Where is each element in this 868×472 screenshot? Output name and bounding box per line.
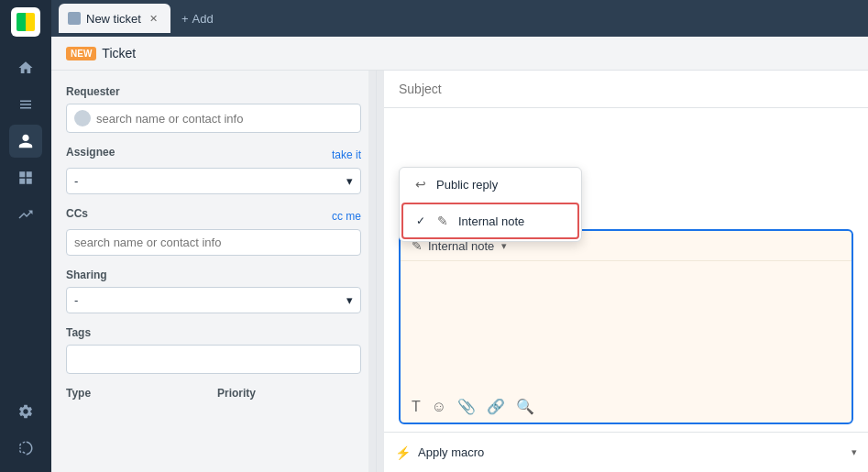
dropdown-item-public-reply[interactable]: ↩ Public reply: [400, 168, 581, 201]
tab-new-ticket[interactable]: New ticket ✕: [59, 4, 170, 33]
ccs-input[interactable]: [74, 236, 353, 249]
type-label: Type: [66, 387, 210, 400]
sharing-value: -: [74, 293, 78, 307]
requester-avatar-icon: [74, 110, 91, 126]
apply-macro-chevron-icon[interactable]: ▾: [852, 446, 857, 458]
sidebar-item-analytics[interactable]: [9, 198, 42, 231]
priority-col: Priority: [217, 387, 361, 405]
take-it-link[interactable]: take it: [332, 148, 361, 161]
requester-input[interactable]: [96, 112, 353, 126]
sidebar-item-home[interactable]: [9, 51, 42, 84]
type-priority-row: Type Priority: [66, 387, 361, 405]
status-badge: NEW: [66, 47, 96, 60]
tab-ticket-icon: [68, 12, 81, 25]
requester-label: Requester: [66, 85, 361, 98]
reply-type-dropdown: ↩ Public reply ✓ ✎ Internal note: [399, 167, 582, 242]
public-reply-label: Public reply: [436, 178, 498, 192]
main-area: New ticket ✕ + Add NEW Ticket Requester: [51, 0, 868, 472]
tab-close-button[interactable]: ✕: [147, 11, 161, 26]
sidebar-item-tickets[interactable]: [9, 88, 42, 121]
assignee-chevron-icon: ▾: [346, 174, 353, 188]
logo-mark: [16, 13, 35, 31]
cc-me-link[interactable]: cc me: [332, 210, 361, 223]
sidebar-item-contacts[interactable]: [9, 125, 42, 158]
assignee-label: Assignee: [66, 146, 115, 159]
link-icon[interactable]: 🔗: [487, 398, 505, 415]
emoji-icon[interactable]: ☺: [432, 399, 446, 415]
ccs-label: CCs: [66, 207, 88, 220]
panel-divider: [377, 71, 384, 472]
note-toolbar: T ☺ 📎 🔗 🔍: [401, 398, 852, 415]
assignee-row: Assignee take it: [66, 146, 361, 164]
right-panel: ↩ Public reply ✓ ✎ Internal note: [384, 71, 868, 472]
internal-note-label: Internal note: [458, 214, 524, 228]
right-panel-inner: ↩ Public reply ✓ ✎ Internal note: [384, 108, 868, 472]
sidebar: [0, 0, 51, 472]
sidebar-item-settings[interactable]: [9, 395, 42, 428]
priority-label: Priority: [217, 387, 361, 400]
attach-icon[interactable]: 📎: [457, 398, 476, 415]
apply-macro-label: Apply macro: [418, 445, 484, 459]
apply-macro-left: ⚡ Apply macro: [395, 445, 484, 460]
page-title: Ticket: [102, 46, 136, 60]
note-body[interactable]: [401, 261, 852, 353]
subject-bar: [384, 71, 868, 108]
ccs-input-wrap[interactable]: [66, 229, 361, 256]
lightning-icon: ⚡: [395, 445, 411, 460]
assignee-select[interactable]: - ▾: [66, 168, 361, 194]
note-editor-area: ✎ Internal note ▾ T ☺ 📎 🔗 🔍: [399, 229, 853, 424]
tab-bar: New ticket ✕ + Add: [51, 0, 868, 37]
tab-label: New ticket: [86, 12, 141, 26]
sharing-label: Sharing: [66, 269, 361, 281]
sidebar-item-apps[interactable]: [9, 432, 42, 465]
search-icon[interactable]: 🔍: [516, 398, 534, 415]
tab-add-button[interactable]: + Add: [174, 12, 221, 26]
requester-input-wrap[interactable]: [66, 104, 361, 133]
note-icon: ✎: [434, 214, 451, 228]
reply-icon: ↩: [412, 177, 429, 192]
sidebar-item-reporting[interactable]: [9, 161, 42, 194]
tags-label: Tags: [66, 326, 361, 339]
two-col-layout: Requester Assignee take it - ▾ CCs: [51, 71, 868, 472]
dropdown-item-internal-note[interactable]: ✓ ✎ Internal note: [401, 203, 579, 239]
sharing-select[interactable]: - ▾: [66, 287, 361, 313]
header-bar: NEW Ticket: [51, 37, 868, 71]
content-area: NEW Ticket Requester Assignee take it -: [51, 37, 868, 472]
left-panel: Requester Assignee take it - ▾ CCs: [51, 71, 377, 472]
tab-add-label: Add: [192, 12, 214, 26]
plus-icon: +: [181, 12, 189, 26]
subject-input[interactable]: [399, 82, 853, 96]
ccs-row: CCs cc me: [66, 207, 361, 225]
assignee-value: -: [74, 174, 78, 188]
type-col: Type: [66, 387, 210, 405]
logo: [11, 7, 40, 37]
apply-macro-bar: ⚡ Apply macro ▾: [384, 432, 868, 472]
check-icon: ✓: [416, 214, 425, 227]
sharing-chevron-icon: ▾: [346, 293, 353, 307]
text-format-icon[interactable]: T: [412, 399, 421, 415]
tags-input[interactable]: [66, 345, 361, 374]
